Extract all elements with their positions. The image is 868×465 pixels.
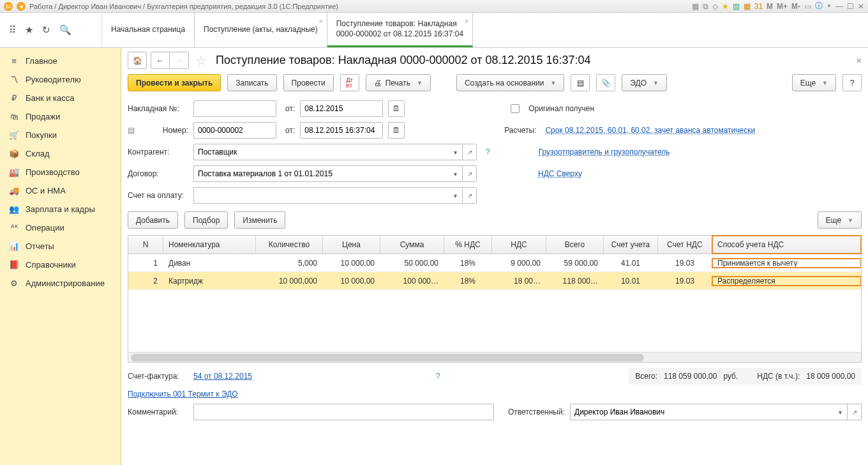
star-icon[interactable]: ★	[25, 24, 33, 36]
chevron-down-icon[interactable]: ▾	[449, 187, 463, 204]
col-qty[interactable]: Количество	[256, 236, 323, 254]
chevron-down-icon[interactable]: ▾	[449, 144, 463, 160]
col-vatp[interactable]: % НДС	[444, 236, 492, 254]
select-button[interactable]: Подбор	[184, 211, 228, 229]
col-vat[interactable]: НДС	[492, 236, 546, 254]
col-vatmethod[interactable]: Способ учета НДС	[712, 236, 861, 254]
help-button[interactable]: ?	[842, 74, 862, 91]
create-based-button[interactable]: Создать на основании▼	[456, 74, 564, 91]
sidebar-item-warehouse[interactable]: 📦Склад	[0, 144, 121, 163]
sidebar-item-refs[interactable]: 📕Справочники	[0, 255, 121, 274]
apps-icon[interactable]: ⠿	[9, 24, 16, 36]
tab-receipts[interactable]: Поступление (акты, накладные)×	[195, 13, 327, 47]
sidebar-item-purchases[interactable]: 🛒Покупки	[0, 126, 121, 144]
save-button[interactable]: Записать	[227, 74, 276, 91]
dd-icon[interactable]: ▼	[827, 3, 832, 9]
help-icon[interactable]: ?	[486, 148, 490, 156]
tb-icon[interactable]: ▦	[692, 2, 699, 11]
tb-icon[interactable]: ◇	[712, 2, 718, 11]
close-icon[interactable]: ✕	[858, 2, 864, 11]
fav-icon[interactable]: ★	[722, 2, 729, 11]
post-button[interactable]: Провести	[283, 74, 334, 91]
sidebar-item-reports[interactable]: 📊Отчеты	[0, 237, 121, 255]
post-close-button[interactable]: Провести и закрыть	[128, 74, 221, 91]
sidebar-item-sales[interactable]: 🛍Продажи	[0, 107, 121, 126]
sf-link[interactable]: 54 от 08.12.2015	[193, 372, 252, 381]
sidebar-item-production[interactable]: 🏭Производство	[0, 163, 121, 181]
vat-link[interactable]: НДС Сверху	[538, 169, 582, 178]
sidebar-item-admin[interactable]: ⚙Администрирование	[0, 274, 121, 293]
info-icon[interactable]: ⓘ	[815, 1, 823, 11]
page-close-icon[interactable]: ×	[856, 55, 862, 66]
number-input[interactable]	[193, 122, 276, 139]
invoice-no-input[interactable]	[193, 100, 276, 117]
favorite-icon[interactable]: ☆	[195, 53, 207, 68]
col-total[interactable]: Всего	[546, 236, 604, 254]
edit-button[interactable]: Изменить	[234, 211, 285, 229]
max-icon[interactable]: ☐	[847, 2, 854, 11]
sidebar-item-bank[interactable]: ₽Банк и касса	[0, 89, 121, 107]
comment-input[interactable]	[193, 404, 494, 420]
tab-start[interactable]: Начальная страница	[102, 13, 195, 47]
open-icon[interactable]: ↗	[463, 144, 477, 160]
col-vatacc[interactable]: Счет НДС	[658, 236, 712, 254]
cal-icon[interactable]: 31	[754, 2, 763, 11]
sidebar-item-manager[interactable]: 〽Руководителю	[0, 70, 121, 89]
tb-icon[interactable]: ▥	[733, 2, 740, 11]
back-button[interactable]: ←	[151, 52, 170, 69]
sidebar-item-assets[interactable]: 🚚ОС и НМА	[0, 181, 121, 200]
chevron-down-icon[interactable]: ▾	[834, 404, 848, 420]
calc-link[interactable]: Срок 08.12.2015, 60.01, 60.02, зачет ава…	[545, 126, 755, 135]
table-row[interactable]: 2 Картридж 10 000,000 10 000,00 100 000……	[128, 272, 861, 290]
calendar-icon[interactable]: 🗓	[388, 122, 405, 139]
sidebar-item-hr[interactable]: 👥Зарплата и кадры	[0, 200, 121, 218]
mem-mminus[interactable]: M-	[791, 2, 800, 11]
invoice-date-input[interactable]	[300, 100, 383, 117]
back-circle-icon[interactable]: ◄	[17, 2, 26, 11]
calendar-icon[interactable]: 🗓	[388, 100, 405, 117]
edo-button[interactable]: ЭДО▼	[622, 74, 667, 91]
counterparty-input[interactable]	[193, 144, 449, 160]
original-checkbox[interactable]	[511, 104, 520, 113]
shipper-link[interactable]: Грузоотправитель и грузополучатель	[539, 148, 670, 156]
open-icon[interactable]: ↗	[463, 187, 477, 204]
contract-input[interactable]	[193, 165, 449, 182]
col-price[interactable]: Цена	[323, 236, 380, 254]
col-sum[interactable]: Сумма	[380, 236, 444, 254]
more-button[interactable]: Еще▼	[792, 74, 836, 91]
chevron-down-icon[interactable]: ▾	[449, 165, 463, 182]
tb-icon[interactable]: ▦	[744, 2, 751, 11]
doc-button[interactable]: ▤	[571, 74, 590, 91]
responsible-input[interactable]	[570, 404, 834, 420]
attach-button[interactable]: 📎	[596, 74, 615, 91]
sidebar-item-main[interactable]: ≡Главное	[0, 52, 121, 70]
forward-button[interactable]: →	[170, 52, 189, 69]
tab-close-icon[interactable]: ×	[318, 17, 322, 26]
table-more-button[interactable]: Еще▼	[818, 211, 862, 229]
mem-mplus[interactable]: M+	[777, 2, 788, 11]
mem-m[interactable]: M	[767, 2, 773, 11]
datetime-input[interactable]	[300, 122, 383, 139]
open-icon[interactable]: ↗	[848, 404, 862, 420]
dt-kt-button[interactable]: ДтКт	[340, 74, 359, 91]
tb-icon[interactable]: ⧉	[703, 2, 708, 11]
tab-close-icon[interactable]: ×	[465, 17, 468, 26]
h-scrollbar[interactable]	[128, 352, 861, 362]
table-row[interactable]: 1 Диван 5,000 10 000,00 50 000,00 18% 9 …	[128, 254, 861, 272]
print-button[interactable]: 🖨Печать▼	[366, 74, 431, 91]
home-button[interactable]: 🏠	[128, 52, 147, 69]
edo-link[interactable]: Подключить 001 Термит к ЭДО	[128, 390, 238, 399]
tab-current-doc[interactable]: Поступление товаров: Накладная0000-00000…	[327, 13, 473, 47]
tb-icon[interactable]: ▭	[804, 2, 811, 11]
add-button[interactable]: Добавить	[128, 211, 178, 229]
help-icon[interactable]: ?	[436, 372, 440, 381]
col-n[interactable]: N	[128, 236, 163, 254]
search-icon[interactable]: 🔍	[59, 24, 71, 36]
sidebar-item-operations[interactable]: ᴬᴷОперации	[0, 218, 121, 237]
min-icon[interactable]: —	[835, 2, 843, 11]
history-icon[interactable]: ↻	[42, 24, 50, 36]
payacc-input[interactable]	[193, 187, 449, 204]
open-icon[interactable]: ↗	[463, 165, 477, 182]
col-acc[interactable]: Счет учета	[604, 236, 658, 254]
col-nom[interactable]: Номенклатура	[163, 236, 256, 254]
